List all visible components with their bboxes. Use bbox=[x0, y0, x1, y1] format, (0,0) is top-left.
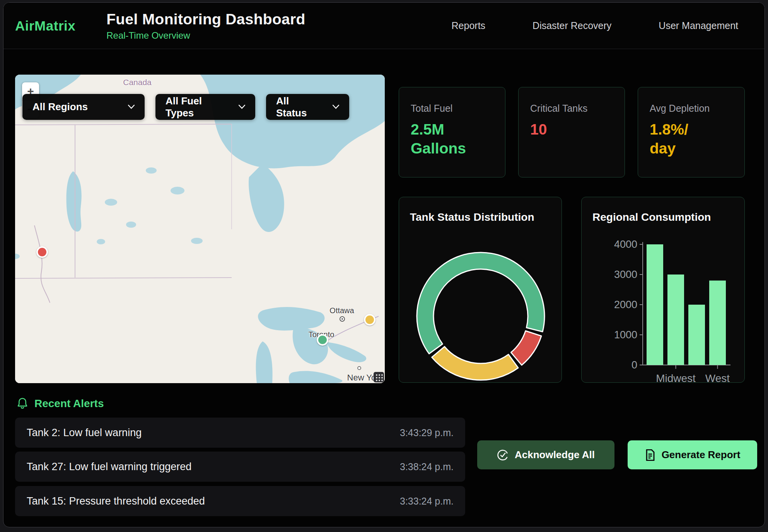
acknowledge-all-label: Acknowledge All bbox=[515, 449, 595, 461]
tank-marker-warning[interactable] bbox=[364, 314, 375, 326]
bar-1 bbox=[667, 275, 684, 365]
main-nav: Reports Disaster Recovery User Managemen… bbox=[452, 20, 765, 31]
page-title: Fuel Monitoring Dashboard bbox=[106, 11, 305, 28]
document-icon bbox=[645, 449, 655, 461]
filter-regions-label: All Regions bbox=[32, 101, 88, 113]
regional-consumption-bar-chart: 01000200030004000MidwestWest bbox=[582, 197, 745, 383]
nav-reports[interactable]: Reports bbox=[452, 20, 486, 31]
alerts-header: Recent Alerts bbox=[17, 397, 104, 410]
bar-2 bbox=[688, 305, 705, 365]
stat-card-total-fuel: Total Fuel 2.5MGallons bbox=[399, 87, 505, 177]
title-block: Fuel Monitoring Dashboard Real-Time Over… bbox=[106, 11, 305, 41]
filter-regions[interactable]: All Regions bbox=[22, 94, 145, 120]
alerts-title: Recent Alerts bbox=[34, 397, 104, 410]
check-circle-icon bbox=[497, 449, 509, 461]
x-tick-label: West bbox=[705, 372, 730, 383]
bar-chart-title: Regional Consumption bbox=[592, 211, 711, 223]
y-tick-label: 4000 bbox=[614, 239, 637, 250]
filter-status-label: All Status bbox=[276, 95, 319, 119]
regional-consumption-panel: Regional Consumption 01000200030004000Mi… bbox=[581, 197, 745, 383]
stat-value: 10 bbox=[530, 120, 613, 139]
tank-marker-normal[interactable] bbox=[317, 334, 328, 346]
map-label-ottawa: Ottawa bbox=[329, 306, 354, 315]
stat-label: Total Fuel bbox=[411, 103, 493, 114]
filter-fuel-types[interactable]: All Fuel Types bbox=[155, 94, 255, 120]
generate-report-label: Generate Report bbox=[662, 449, 741, 461]
dashboard-root: AirMatrix Fuel Monitoring Dashboard Real… bbox=[3, 2, 765, 527]
map-label-canada: Canada bbox=[123, 78, 152, 87]
chevron-down-icon bbox=[239, 105, 245, 109]
donut-segment-critical bbox=[511, 331, 541, 365]
stat-card-avg-depletion: Avg Depletion 1.8%/day bbox=[638, 87, 745, 177]
acknowledge-all-button[interactable]: Acknowledge All bbox=[477, 440, 614, 469]
tank-marker-critical[interactable] bbox=[36, 246, 48, 258]
header: AirMatrix Fuel Monitoring Dashboard Real… bbox=[3, 3, 765, 49]
filter-fuel-types-label: All Fuel Types bbox=[166, 95, 225, 119]
alert-message: Tank 2: Low fuel warning bbox=[27, 427, 142, 439]
x-tick-label: Midwest bbox=[656, 372, 696, 383]
alert-time: 3:38:24 p.m. bbox=[400, 461, 454, 472]
y-tick-label: 3000 bbox=[614, 269, 637, 280]
donut-segment-warning bbox=[432, 346, 518, 380]
bar-3 bbox=[709, 281, 726, 365]
y-tick-label: 0 bbox=[631, 359, 637, 371]
tank-status-donut-chart bbox=[399, 197, 562, 383]
tank-status-panel: Tank Status Distribution bbox=[399, 197, 562, 383]
fuel-map[interactable]: Canada Ottawa Toronto New York + − All R… bbox=[15, 75, 385, 383]
stat-label: Avg Depletion bbox=[650, 103, 733, 114]
alert-message: Tank 15: Pressure threshold exceeded bbox=[27, 495, 205, 507]
brand-logo: AirMatrix bbox=[15, 18, 75, 34]
stat-card-critical-tanks: Critical Tanks 10 bbox=[518, 87, 625, 177]
stat-value: 1.8%/day bbox=[650, 120, 733, 158]
alert-row[interactable]: Tank 27: Low fuel warning triggered 3:38… bbox=[15, 452, 465, 482]
bar-0 bbox=[647, 244, 663, 365]
generate-report-button[interactable]: Generate Report bbox=[628, 440, 757, 469]
page-subtitle: Real-Time Overview bbox=[106, 30, 305, 41]
bell-icon bbox=[17, 397, 28, 410]
nav-disaster-recovery[interactable]: Disaster Recovery bbox=[532, 20, 611, 31]
y-tick-label: 2000 bbox=[614, 299, 637, 310]
chevron-down-icon bbox=[333, 105, 339, 109]
chevron-down-icon bbox=[128, 105, 135, 109]
alert-message: Tank 27: Low fuel warning triggered bbox=[27, 461, 191, 473]
map-filters: All Regions All Fuel Types All Status bbox=[22, 94, 349, 120]
stat-value: 2.5MGallons bbox=[411, 120, 493, 158]
drag-handle-icon[interactable] bbox=[374, 372, 384, 382]
alert-row[interactable]: Tank 15: Pressure threshold exceeded 3:3… bbox=[15, 486, 465, 516]
donut-chart-title: Tank Status Distribution bbox=[410, 211, 534, 223]
alert-time: 3:43:29 p.m. bbox=[400, 427, 454, 438]
filter-status[interactable]: All Status bbox=[266, 94, 349, 120]
nav-user-management[interactable]: User Management bbox=[659, 20, 738, 31]
stat-label: Critical Tanks bbox=[530, 103, 613, 114]
y-tick-label: 1000 bbox=[614, 329, 637, 341]
alert-time: 3:33:24 p.m. bbox=[400, 496, 454, 507]
alert-row[interactable]: Tank 2: Low fuel warning 3:43:29 p.m. bbox=[15, 418, 465, 448]
